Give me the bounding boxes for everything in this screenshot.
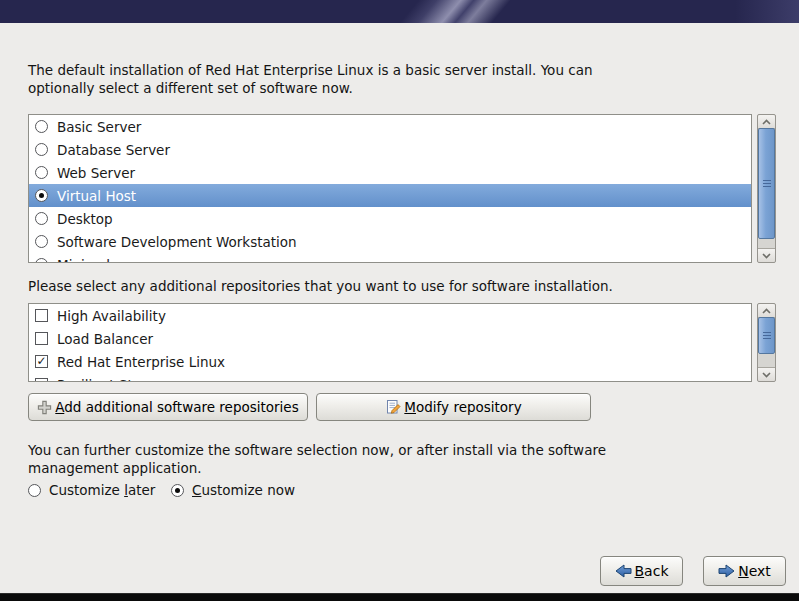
back-button[interactable]: Back (600, 556, 683, 586)
arrow-left-icon (615, 564, 632, 578)
list-item[interactable]: Virtual Host (29, 184, 751, 207)
button-label: Add additional software repositories (55, 399, 298, 415)
list-item[interactable]: Red Hat Enterprise Linux (29, 350, 751, 373)
software-selection-list[interactable]: Basic ServerDatabase ServerWeb ServerVir… (28, 114, 752, 263)
list-item-label: Database Server (57, 142, 170, 158)
checkbox-icon[interactable] (35, 309, 48, 322)
button-label: Next (738, 563, 771, 579)
scrollbar-grip-icon (763, 180, 771, 187)
bottom-bar (0, 593, 799, 601)
scroll-up-button[interactable] (758, 115, 775, 129)
list-item-label: Red Hat Enterprise Linux (57, 354, 225, 370)
scroll-up-button[interactable] (758, 304, 775, 318)
list-item[interactable]: Load Balancer (29, 327, 751, 350)
radio-icon[interactable] (35, 120, 48, 133)
radio-icon[interactable] (35, 166, 48, 179)
list-item-label: Resilient Storage (57, 377, 172, 383)
plus-icon (37, 400, 52, 415)
intro-line: The default installation of Red Hat Ente… (28, 61, 648, 79)
banner-streak (394, 0, 523, 23)
chevron-down-icon (762, 372, 771, 378)
customize-line: management application. (28, 459, 648, 477)
list-item-label: Virtual Host (57, 188, 136, 204)
customize-line: You can further customize the software s… (28, 441, 648, 459)
list-item[interactable]: Minimal (29, 253, 751, 263)
repo-list-scrollbar[interactable] (757, 303, 776, 382)
customize-now-radio[interactable]: Customize now (171, 482, 295, 498)
radio-label: Customize later (49, 482, 155, 498)
scrollbar-thumb[interactable] (758, 317, 775, 354)
scroll-down-button[interactable] (758, 367, 775, 381)
radio-label: Customize now (192, 482, 295, 498)
list-item-label: High Availability (57, 308, 166, 324)
software-list-scrollbar[interactable] (757, 114, 776, 263)
intro-line: optionally select a different set of sof… (28, 79, 648, 97)
button-label: Back (635, 563, 669, 579)
list-item[interactable]: Web Server (29, 161, 751, 184)
intro-text: The default installation of Red Hat Ente… (28, 61, 648, 97)
scrollbar-grip-icon (763, 332, 771, 339)
list-item[interactable]: Database Server (29, 138, 751, 161)
list-item-label: Web Server (57, 165, 135, 181)
customize-text: You can further customize the software s… (28, 441, 648, 477)
list-item-label: Minimal (57, 257, 110, 264)
add-repositories-button[interactable]: Add additional software repositories (28, 393, 308, 421)
list-item[interactable]: Desktop (29, 207, 751, 230)
list-item-label: Software Development Workstation (57, 234, 297, 250)
scroll-down-button[interactable] (758, 248, 775, 262)
list-item-label: Desktop (57, 211, 113, 227)
radio-icon[interactable] (35, 143, 48, 156)
list-item-label: Load Balancer (57, 331, 153, 347)
list-item[interactable]: Resilient Storage (29, 373, 751, 382)
scrollbar-thumb[interactable] (758, 128, 775, 239)
radio-icon[interactable] (35, 212, 48, 225)
title-banner (0, 0, 799, 23)
repository-list[interactable]: High AvailabilityLoad BalancerRed Hat En… (28, 303, 752, 382)
chevron-up-icon (762, 119, 771, 125)
checkbox-icon[interactable] (35, 332, 48, 345)
edit-document-icon (385, 399, 401, 415)
modify-repository-button[interactable]: Modify repository (316, 393, 591, 421)
checkbox-icon[interactable] (35, 378, 48, 382)
radio-icon[interactable] (35, 258, 48, 263)
repos-label: Please select any additional repositorie… (28, 277, 768, 295)
list-item[interactable]: Basic Server (29, 115, 751, 138)
customize-later-radio[interactable]: Customize later (28, 482, 155, 498)
next-button[interactable]: Next (703, 556, 786, 586)
radio-icon[interactable] (35, 235, 48, 248)
radio-icon[interactable] (171, 484, 184, 497)
installer-window: The default installation of Red Hat Ente… (0, 0, 799, 601)
chevron-down-icon (762, 253, 771, 259)
list-item[interactable]: High Availability (29, 304, 751, 327)
button-label: Modify repository (404, 399, 521, 415)
radio-icon[interactable] (35, 189, 48, 202)
chevron-up-icon (762, 308, 771, 314)
radio-icon[interactable] (28, 484, 41, 497)
list-item[interactable]: Software Development Workstation (29, 230, 751, 253)
checkbox-icon[interactable] (35, 355, 48, 368)
banner-streak (735, 0, 799, 23)
arrow-right-icon (718, 564, 735, 578)
list-item-label: Basic Server (57, 119, 141, 135)
